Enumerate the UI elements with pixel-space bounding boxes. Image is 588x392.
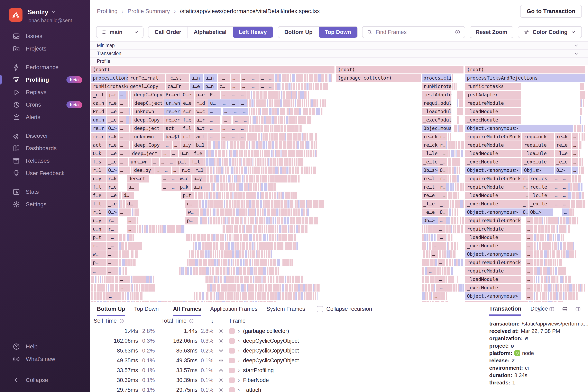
frame-settings-button[interactable] (216, 377, 226, 383)
flame-frame-sliver[interactable] (125, 242, 126, 250)
flame-frame-sliver[interactable] (296, 141, 297, 149)
flame-frame-sliver[interactable] (220, 208, 223, 216)
flame-frame-sliver[interactable] (255, 217, 256, 224)
flame-frame-sliver[interactable] (239, 166, 240, 174)
flame-frame-sliver[interactable] (262, 292, 264, 300)
flame-frame-sliver[interactable] (292, 276, 294, 283)
flame-frame-sliver[interactable] (278, 267, 279, 275)
flame-frame-sliver[interactable] (452, 83, 453, 90)
flame-frame-sliver[interactable] (267, 150, 268, 157)
flame-frame-sliver[interactable] (288, 124, 289, 132)
flame-frame-sliver[interactable] (207, 284, 210, 292)
flame-frame-sliver[interactable] (127, 234, 129, 241)
expand-chevron-icon[interactable]: › (238, 348, 240, 354)
flame-frame-sliver[interactable] (457, 175, 459, 182)
flame-frame-sliver[interactable] (259, 166, 260, 174)
flame-frame-sliver[interactable] (306, 292, 308, 300)
flame-frame[interactable]: O… (438, 208, 446, 216)
flame-frame-sliver[interactable] (243, 158, 246, 166)
flame-frame-sliver[interactable] (226, 192, 229, 199)
flame-frame-sliver[interactable] (275, 225, 276, 233)
flame-frame-sliver[interactable] (264, 225, 265, 233)
sidebar-item-issues[interactable]: Issues (0, 30, 90, 42)
flame-frame-sliver[interactable] (310, 133, 313, 140)
flame-frame-sliver[interactable] (224, 192, 225, 199)
flame-frame-sliver[interactable] (254, 259, 256, 266)
flame-frame-sliver[interactable] (548, 292, 550, 300)
flame-frame-sliver[interactable] (280, 141, 282, 149)
flame-frame-sliver[interactable] (547, 242, 550, 250)
flame-frame-sliver[interactable] (234, 183, 235, 191)
flame-frame-sliver[interactable] (550, 292, 552, 300)
flame-frame-sliver[interactable] (236, 175, 237, 182)
flame-frame-sliver[interactable] (580, 284, 581, 292)
flame-frame-sliver[interactable] (210, 284, 212, 292)
flame-frame[interactable]: f…l (91, 200, 106, 208)
sidebar-item-discover[interactable]: Discover (0, 130, 90, 142)
flame-frame-sliver[interactable] (456, 150, 457, 157)
flame-frame-sliver[interactable] (534, 276, 535, 283)
flame-frame-sliver[interactable] (249, 259, 250, 266)
flame-frame-sliver[interactable] (301, 225, 302, 233)
flame-frame-sliver[interactable] (579, 150, 580, 157)
flame-frame-sliver[interactable] (226, 141, 226, 149)
flame-frame-sliver[interactable] (455, 158, 458, 166)
flame-frame-sliver[interactable] (313, 292, 314, 300)
flame-frame[interactable]: … (107, 292, 119, 300)
flame-frame-sliver[interactable] (285, 150, 287, 157)
flame-frame-sliver[interactable] (537, 250, 539, 258)
flame-frame[interactable]: re…k (555, 133, 571, 140)
flame-frame-sliver[interactable] (256, 91, 257, 98)
flame-frame-sliver[interactable] (568, 192, 572, 199)
flame-frame-sliver[interactable] (550, 301, 552, 302)
flame-frame-sliver[interactable] (219, 292, 222, 300)
flame-frame-sliver[interactable] (290, 108, 293, 116)
flame-frame-sliver[interactable] (443, 292, 445, 300)
flame-frame-sliver[interactable] (240, 259, 242, 266)
flame-frame-sliver[interactable] (429, 292, 431, 300)
flame-frame-sliver[interactable] (279, 192, 280, 199)
flame-frame[interactable]: a…t (195, 124, 208, 132)
flame-frame-sliver[interactable] (204, 301, 205, 302)
flame-frame-sliver[interactable] (459, 100, 461, 107)
flame-frame-sliver[interactable] (234, 200, 237, 208)
flame-frame[interactable]: d… (122, 192, 134, 199)
flame-frame-sliver[interactable] (426, 292, 428, 300)
flame-frame-sliver[interactable] (298, 225, 300, 233)
flame-frame-sliver[interactable] (298, 116, 300, 124)
flame-frame-sliver[interactable] (213, 301, 215, 302)
flame-frame[interactable]: … (208, 133, 220, 140)
flame-frame[interactable]: … (250, 74, 259, 82)
flame-frame-sliver[interactable] (450, 183, 452, 191)
flame-frame[interactable]: … (526, 234, 533, 241)
tab-top-down[interactable]: Top Down (134, 302, 159, 316)
flame-frame-sliver[interactable] (307, 217, 308, 224)
flame-frame-sliver[interactable] (561, 234, 563, 241)
flame-frame-sliver[interactable] (265, 100, 267, 107)
flame-frame[interactable]: f…l (190, 158, 203, 166)
sort-option-alphabetical[interactable]: Alphabetical (188, 26, 233, 38)
flame-frame-sliver[interactable] (129, 91, 130, 98)
flame-frame-sliver[interactable] (234, 141, 236, 149)
flame-frame-sliver[interactable] (241, 192, 242, 199)
flame-frame-sliver[interactable] (422, 276, 424, 283)
flame-frame-sliver[interactable] (260, 150, 261, 157)
flame-frame[interactable]: r… (185, 200, 198, 208)
flame-frame-sliver[interactable] (246, 192, 249, 199)
flame-frame-sliver[interactable] (247, 158, 250, 166)
flame-frame[interactable]: _… (438, 192, 446, 199)
flame-frame-sliver[interactable] (229, 225, 231, 233)
flame-frame-sliver[interactable] (557, 301, 557, 302)
flame-frame-sliver[interactable] (263, 133, 264, 140)
flame-frame-sliver[interactable] (94, 301, 96, 302)
flame-frame-sliver[interactable] (231, 208, 233, 216)
flame-frame-sliver[interactable] (123, 234, 125, 241)
flame-frame-sliver[interactable] (140, 242, 142, 250)
flame-frame[interactable]: a…r (195, 116, 208, 124)
flame-frame-sliver[interactable] (228, 292, 231, 300)
flame-frame[interactable]: … (106, 267, 118, 275)
flame-frame-sliver[interactable] (231, 217, 232, 224)
flame-frame-sliver[interactable] (230, 166, 231, 174)
flame-frame-sliver[interactable] (248, 208, 249, 216)
sort-direction-icon[interactable]: ↓ (211, 318, 214, 324)
